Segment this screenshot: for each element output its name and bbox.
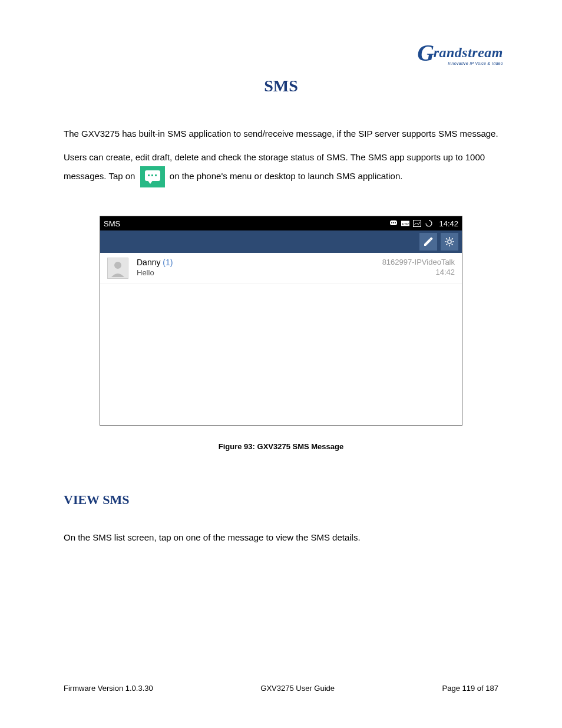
view-sms-paragraph: On the SMS list screen, tap on one of th…	[64, 529, 498, 546]
section-heading-view-sms: VIEW SMS	[64, 492, 498, 508]
picture-icon	[413, 220, 421, 227]
message-row[interactable]: Danny (1) Hello 8162997-IPVideoTalk 14:4…	[100, 253, 462, 284]
statusbar-time: 14:42	[439, 219, 458, 228]
status-bar: SMS FTP 14:42	[100, 216, 462, 230]
para2c-text: on the phone's menu or desktop to launch…	[170, 171, 403, 181]
svg-line-16	[452, 238, 453, 239]
ftp-icon: FTP	[401, 220, 409, 227]
unread-count: (1)	[163, 258, 173, 267]
footer-firmware: Firmware Version 1.0.3.30	[64, 684, 153, 693]
chat-icon	[389, 220, 398, 227]
sms-app-icon	[140, 166, 165, 187]
message-sender: Danny (1)	[137, 258, 382, 267]
svg-line-14	[452, 244, 453, 245]
para2b-text: messages. Tap on	[64, 171, 135, 181]
brand-logo: Grandstream Innovative IP Voice & Video	[417, 35, 503, 65]
page-footer: Firmware Version 1.0.3.30 GXV3275 User G…	[64, 684, 498, 693]
message-source: 8162997-IPVideoTalk	[382, 258, 455, 266]
svg-text:FTP: FTP	[402, 222, 409, 226]
sender-name: Danny	[137, 258, 160, 267]
figure-caption: Figure 93: GXV3275 SMS Message	[64, 442, 498, 451]
statusbar-title: SMS	[104, 219, 120, 228]
svg-point-17	[114, 262, 121, 269]
statusbar-icons: FTP 14:42	[389, 219, 458, 228]
avatar	[107, 258, 128, 279]
svg-line-13	[446, 238, 447, 239]
sync-icon	[425, 220, 433, 227]
settings-button[interactable]	[441, 233, 458, 251]
intro-paragraph-2a: Users can create, edit draft, delete and…	[64, 149, 498, 166]
footer-page: Page 119 of 187	[442, 684, 498, 693]
svg-point-1	[391, 222, 392, 223]
message-list: Danny (1) Hello 8162997-IPVideoTalk 14:4…	[100, 253, 462, 425]
svg-line-15	[446, 244, 447, 245]
page-title: SMS	[64, 77, 498, 95]
intro-paragraph-2b: messages. Tap on on the phone's menu or …	[64, 166, 498, 187]
document-page: Grandstream Innovative IP Voice & Video …	[0, 0, 562, 728]
message-preview: Hello	[137, 268, 382, 277]
svg-point-3	[395, 222, 396, 223]
sms-screenshot: SMS FTP 14:42	[100, 216, 462, 426]
intro-paragraph-1: The GXV3275 has built-in SMS application…	[64, 125, 498, 143]
compose-button[interactable]	[419, 233, 437, 251]
svg-point-8	[448, 240, 451, 243]
sms-toolbar	[100, 230, 462, 253]
footer-guide: GXV3275 User Guide	[260, 684, 335, 693]
svg-point-2	[393, 222, 394, 223]
message-time: 14:42	[382, 268, 455, 276]
